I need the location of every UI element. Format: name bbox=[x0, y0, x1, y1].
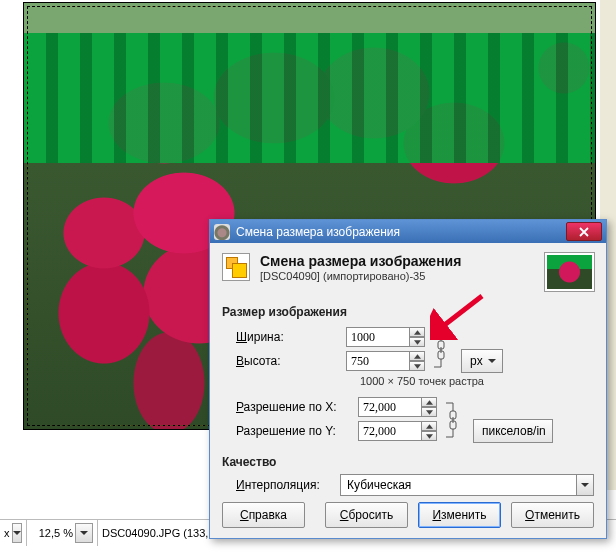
dialog-title: Смена размера изображения bbox=[236, 225, 566, 239]
res-y-label: Разрешение по Y: bbox=[236, 424, 358, 438]
scale-image-dialog: Смена размера изображения Смена размера … bbox=[209, 219, 607, 539]
interpolation-value: Кубическая bbox=[341, 478, 576, 492]
interpolation-combo[interactable]: Кубическая bbox=[340, 474, 594, 496]
apply-button[interactable]: Изменить bbox=[418, 502, 501, 528]
units-menu[interactable]: x bbox=[0, 520, 27, 546]
chevron-down-icon[interactable] bbox=[12, 523, 23, 543]
spin-down-icon[interactable] bbox=[410, 337, 425, 347]
size-section-title: Размер изображения bbox=[222, 305, 594, 319]
spin-up-icon[interactable] bbox=[422, 397, 437, 407]
height-field[interactable] bbox=[346, 351, 410, 371]
dialog-subheading: [DSC04090] (импортировано)-35 bbox=[260, 270, 535, 282]
raster-note: 1000 × 750 точек растра bbox=[360, 375, 594, 387]
spin-up-icon[interactable] bbox=[410, 351, 425, 361]
res-x-label: Разрешение по X: bbox=[236, 400, 358, 414]
link-size-toggle[interactable] bbox=[430, 328, 450, 372]
spin-down-icon[interactable] bbox=[422, 431, 437, 441]
chevron-down-icon[interactable] bbox=[75, 523, 93, 543]
cancel-button[interactable]: Отменить bbox=[511, 502, 594, 528]
chain-icon bbox=[445, 401, 459, 439]
height-label: Высота: bbox=[236, 354, 346, 368]
res-y-field[interactable] bbox=[358, 421, 422, 441]
res-y-input[interactable] bbox=[358, 421, 437, 441]
scale-icon bbox=[222, 253, 250, 281]
chevron-down-icon bbox=[488, 357, 496, 365]
width-field[interactable] bbox=[346, 327, 410, 347]
close-icon bbox=[578, 227, 590, 237]
spin-up-icon[interactable] bbox=[422, 421, 437, 431]
image-thumbnail bbox=[545, 253, 594, 291]
height-input[interactable] bbox=[346, 351, 425, 371]
chain-icon bbox=[433, 331, 447, 369]
link-res-toggle[interactable] bbox=[442, 398, 462, 442]
spin-down-icon[interactable] bbox=[422, 407, 437, 417]
gimp-icon bbox=[214, 224, 230, 240]
help-button[interactable]: Справка bbox=[222, 502, 305, 528]
res-x-input[interactable] bbox=[358, 397, 437, 417]
zoom-value: 12,5 % bbox=[39, 527, 73, 539]
res-x-field[interactable] bbox=[358, 397, 422, 417]
chevron-down-icon[interactable] bbox=[576, 475, 593, 495]
width-input[interactable] bbox=[346, 327, 425, 347]
close-button[interactable] bbox=[566, 222, 602, 241]
spin-down-icon[interactable] bbox=[410, 361, 425, 371]
zoom-field[interactable]: 12,5 % bbox=[27, 520, 98, 546]
reset-button[interactable]: Сбросить bbox=[325, 502, 408, 528]
size-unit-label: px bbox=[470, 354, 483, 368]
res-unit-label: пикселов/in bbox=[482, 424, 546, 438]
quality-section-title: Качество bbox=[222, 455, 594, 469]
res-unit-selector[interactable]: пикселов/in bbox=[473, 419, 553, 443]
spin-up-icon[interactable] bbox=[410, 327, 425, 337]
interpolation-label: Интерполяция: bbox=[236, 478, 338, 492]
dialog-titlebar[interactable]: Смена размера изображения bbox=[210, 220, 606, 243]
dialog-heading: Смена размера изображения bbox=[260, 253, 535, 269]
dialog-body: Смена размера изображения [DSC04090] (им… bbox=[210, 243, 606, 538]
units-label: x bbox=[4, 527, 10, 539]
size-unit-selector[interactable]: px bbox=[461, 349, 503, 373]
width-label: Ширина: bbox=[236, 330, 346, 344]
